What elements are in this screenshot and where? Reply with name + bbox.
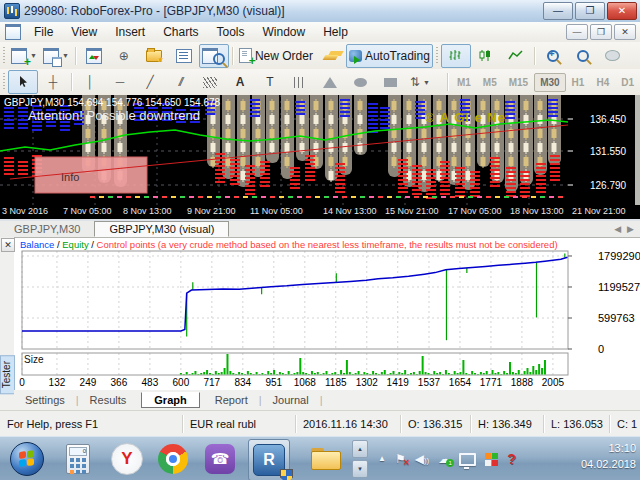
horizontal-line-button[interactable]: ─ — [105, 70, 135, 94]
menu-help[interactable]: Help — [314, 23, 357, 41]
tester-panel-tab[interactable]: Tester — [0, 355, 15, 394]
timeframe-h1[interactable]: H1 — [566, 73, 591, 92]
menu-view[interactable]: View — [62, 23, 106, 41]
text-label-button[interactable]: T — [255, 70, 285, 94]
bar-chart-mode-button[interactable] — [441, 44, 471, 68]
rectangle-shape-button[interactable] — [375, 70, 405, 94]
gold-ingot-icon — [323, 55, 339, 60]
crosshair-button[interactable]: ┼ — [38, 70, 68, 94]
tab-scroll-right-icon[interactable]: ▶ — [627, 224, 634, 234]
taskbar-metatrader-button[interactable]: R — [248, 439, 290, 480]
data-window-button[interactable]: ⊕ — [109, 44, 139, 68]
price-chart-area[interactable]: Info GBPJPY,M30 154.694 154.776 154.650 … — [0, 95, 640, 205]
cloud-sync-icon[interactable]: ☁ — [438, 453, 450, 465]
tab-scroll-left-icon[interactable]: ◀ — [614, 224, 621, 234]
menu-file[interactable]: File — [25, 23, 62, 41]
status-open: O: 136.315 — [401, 415, 471, 433]
chart-tab-gbpjpy[interactable]: GBPJPY,M30 — [0, 221, 94, 237]
fibonacci-button[interactable] — [195, 70, 225, 94]
ellipse-shape-button[interactable] — [345, 70, 375, 94]
scroll-up-icon[interactable]: ▲ — [352, 440, 368, 458]
timeframe-m30[interactable]: M30 — [534, 73, 565, 92]
cursor-button[interactable] — [8, 70, 38, 94]
child-restore-button[interactable]: ❐ — [590, 24, 612, 40]
market-watch-button[interactable] — [79, 44, 109, 68]
rubik-cube-tray-icon[interactable] — [485, 453, 498, 466]
channel-button[interactable]: // — [165, 70, 195, 94]
svg-text:599763: 599763 — [598, 312, 635, 324]
child-minimize-button[interactable]: — — [566, 24, 588, 40]
timeframe-m1[interactable]: M1 — [451, 73, 477, 92]
menu-bar: File View Insert Charts Tools Window Hel… — [0, 22, 640, 43]
terminal-button[interactable] — [169, 44, 199, 68]
menu-insert[interactable]: Insert — [106, 23, 154, 41]
new-order-button[interactable]: New Order — [236, 44, 316, 68]
menu-tools[interactable]: Tools — [208, 23, 254, 41]
profiles-button[interactable]: ▼ — [40, 44, 72, 68]
menu-window[interactable]: Window — [254, 23, 315, 41]
metaeditor-button[interactable] — [316, 44, 346, 68]
taskbar-chrome-button[interactable] — [153, 439, 193, 479]
timeframe-d1[interactable]: D1 — [615, 73, 640, 92]
menu-charts[interactable]: Charts — [154, 23, 207, 41]
arrows-button[interactable]: ⇅▼ — [405, 70, 435, 94]
timeframe-m5[interactable]: M5 — [477, 73, 503, 92]
tester-close-button[interactable]: ✕ — [1, 238, 15, 252]
strategy-tester-button[interactable] — [199, 44, 229, 68]
folder-icon — [311, 448, 341, 470]
vertical-line-button[interactable]: │ — [75, 70, 105, 94]
show-hidden-icons[interactable]: ▲ — [378, 455, 386, 463]
taskbar-yandex-button[interactable]: Y — [107, 439, 147, 479]
line-chart-mode-button[interactable] — [501, 44, 531, 68]
tab-results[interactable]: Results — [79, 392, 138, 408]
title-bar: 299080: RoboForex-Pro - [GBPJPY,M30 (vis… — [0, 0, 640, 23]
volume-icon[interactable]: ◀)) — [415, 453, 430, 465]
toolbar-grip[interactable] — [3, 47, 5, 65]
action-center-flag-icon[interactable]: ⚑ — [395, 453, 406, 465]
candlestick-mode-button[interactable] — [471, 44, 501, 68]
svg-text:0: 0 — [19, 377, 25, 388]
trendline-button[interactable]: ╱ — [135, 70, 165, 94]
scroll-down-icon[interactable]: ▼ — [352, 460, 368, 478]
balance-graph-canvas[interactable]: 0132249366483600717834951106811851302141… — [14, 238, 640, 389]
taskbar-clock[interactable]: 13:10 04.02.2018 — [556, 441, 636, 473]
timeframe-h4[interactable]: H4 — [590, 73, 615, 92]
chat-button[interactable] — [598, 44, 628, 68]
toolbar-grip[interactable] — [436, 47, 438, 65]
taskbar-viber-button[interactable]: ☎ — [200, 439, 240, 479]
tab-journal[interactable]: Journal — [262, 392, 320, 408]
autotrading-label: AutoTrading — [365, 49, 430, 63]
taskbar-explorer-button[interactable] — [306, 439, 346, 479]
close-button[interactable]: ✕ — [607, 2, 637, 20]
toolbar-grip[interactable] — [3, 73, 5, 91]
tab-settings[interactable]: Settings — [14, 392, 76, 408]
tab-graph[interactable]: Graph — [141, 392, 199, 408]
uac-shield-icon — [280, 469, 293, 480]
cycle-lines-button[interactable] — [285, 70, 315, 94]
watermark-text: © A Gi e Ne — [425, 110, 506, 125]
network-monitor-icon[interactable] — [459, 453, 476, 466]
triangle-shape-button[interactable] — [315, 70, 345, 94]
status-low: L: 136.053 — [544, 415, 610, 433]
tab-report[interactable]: Report — [204, 392, 259, 408]
navigator-button[interactable] — [139, 44, 169, 68]
cursor-icon — [18, 76, 28, 88]
price-scale-label: 126.790 — [590, 180, 626, 191]
taskbar-calculator-button[interactable] — [58, 439, 98, 479]
zoom-in-button[interactable] — [538, 44, 568, 68]
minimize-button[interactable]: — — [543, 2, 573, 20]
child-close-button[interactable]: ✕ — [614, 24, 636, 40]
restore-button[interactable]: ❐ — [575, 2, 605, 20]
new-chart-button[interactable]: ▼ — [8, 44, 40, 68]
help-tray-icon[interactable]: ? — [507, 451, 516, 467]
timeframe-m15[interactable]: M15 — [503, 73, 534, 92]
autotrading-button[interactable]: AutoTrading — [346, 44, 433, 68]
legend-note: Control points (a very crude method base… — [97, 239, 558, 250]
date-axis-label: 11 Nov 05:00 — [250, 206, 303, 216]
chart-tab-gbpjpy-visual[interactable]: GBPJPY,M30 (visual) — [94, 221, 229, 237]
zoom-out-button[interactable] — [568, 44, 598, 68]
date-axis[interactable]: 3 Nov 20167 Nov 05:008 Nov 13:009 Nov 21… — [0, 205, 640, 219]
date-axis-label: 9 Nov 21:00 — [187, 206, 236, 216]
text-button[interactable]: A — [225, 70, 255, 94]
start-button[interactable] — [7, 439, 47, 479]
